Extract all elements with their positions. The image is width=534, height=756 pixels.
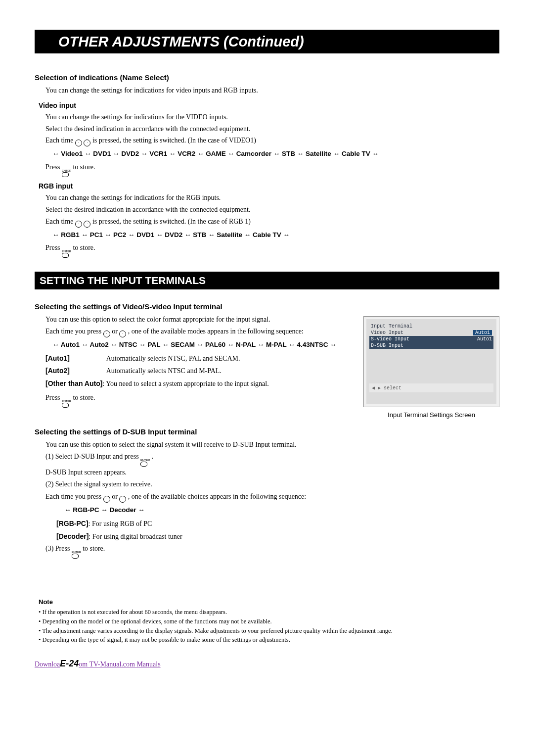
- sec3-sequence: ↔ RGB-PC ↔ Decoder ↔: [64, 505, 499, 516]
- step3: (3) Press ENTER to store.: [45, 543, 499, 559]
- rgb-p2: Select the desired indication in accorda…: [45, 204, 499, 216]
- enter-label: ENTER: [62, 400, 71, 403]
- enter-label: ENTER: [62, 169, 71, 172]
- auto2-value: Automatically selects NTSC and M-PAL.: [106, 367, 222, 375]
- decoder-label: [Decoder]: [56, 532, 89, 540]
- left-arrow-circle-icon: ∙: [103, 331, 110, 337]
- sec3-heading: Selecting the settings of D-SUB Input te…: [35, 427, 499, 436]
- sec2-p2mid: or: [112, 328, 119, 335]
- screen-r2l: Video Input: [371, 330, 403, 335]
- rgbpc-value: : For using RGB of PC: [89, 520, 152, 527]
- video-store: Press ENTER to store.: [45, 161, 499, 177]
- screen-row-dsub: D-SUB Input: [369, 342, 493, 349]
- other-row: [Other than Auto]: You need to select a …: [45, 378, 352, 390]
- settings-screen: Input Terminal Video InputAuto1 S-video …: [366, 319, 496, 404]
- page-number: E-24: [60, 659, 79, 669]
- rgb-input-heading: RGB input: [39, 182, 499, 190]
- step1b: .: [151, 453, 153, 460]
- enter-icon: ENTER: [62, 400, 71, 408]
- sec3-p1: You can use this option to select the si…: [45, 439, 499, 451]
- rgb-p3: Each time ∙ ∙ is pressed, the setting is…: [45, 216, 499, 228]
- screen-row-video: Video InputAuto1: [369, 330, 493, 336]
- sec2-p2b: , one of the available modes appears in …: [128, 328, 304, 335]
- video-store-a: Press: [45, 163, 62, 171]
- enter-icon: ENTER: [62, 250, 71, 258]
- note-item: Depending on the type of signal, it may …: [39, 635, 499, 645]
- page-title: OTHER ADJUSTMENTS (Continued): [58, 34, 304, 50]
- left-arrow-circle-icon: ∙: [75, 140, 82, 146]
- left-arrow-circle-icon: ∙: [103, 496, 110, 503]
- sec2-p2a: Each time you press: [45, 328, 103, 335]
- screen-caption: Input Terminal Settings Screen: [363, 411, 499, 419]
- sec2-sequence: ↔ Auto1 ↔ Auto2 ↔ NTSC ↔ PAL ↔ SECAM ↔ P…: [52, 339, 352, 350]
- title-accent: [35, 30, 49, 53]
- section-name-select-heading: Selection of indications (Name Select): [35, 73, 499, 82]
- enter-label: ENTER: [62, 250, 71, 253]
- other-label: [Other than Auto]: [45, 379, 102, 387]
- video-p3b: is pressed, the setting is switched. (In…: [92, 137, 256, 144]
- rgb-p3a: Each time: [45, 218, 75, 225]
- enter-label: ENTER: [140, 459, 150, 462]
- screen-r4l: D-SUB Input: [371, 343, 403, 348]
- screen-r3l: S-video Input: [371, 336, 409, 342]
- sec2-heading: Selecting the settings of Video/S-video …: [35, 302, 352, 311]
- section-band: SETTING THE INPUT TERMINALS: [35, 272, 499, 289]
- step1-sub: D-SUB Input screen appears.: [45, 467, 499, 479]
- sec2-p2: Each time you press ∙ or ∙ , one of the …: [45, 326, 352, 337]
- auto1-label: [Auto1]: [45, 352, 105, 365]
- note-item: The adjustment range varies according to…: [39, 626, 499, 636]
- step1: (1) Select D-SUB Input and press ENTER .: [45, 451, 499, 467]
- sec2-store-b: to store.: [73, 394, 95, 401]
- screen-r2r: Auto1: [473, 330, 492, 335]
- footer-pre: Downloa: [35, 661, 60, 668]
- screen-r3r: Auto1: [477, 336, 492, 342]
- footer-link[interactable]: DownloaE-24om TV-Manual.com Manuals: [35, 661, 161, 668]
- video-p1: You can change the settings for indicati…: [45, 111, 499, 123]
- rgb-store-b: to store.: [73, 244, 95, 251]
- rgb-store: Press ENTER to store.: [45, 242, 499, 258]
- note-item: If the operation is not executed for abo…: [39, 608, 499, 617]
- right-arrow-circle-icon: ∙: [119, 496, 126, 503]
- rgbpc-label: [RGB-PC]: [56, 520, 89, 527]
- footer-post: om TV-Manual.com Manuals: [79, 661, 160, 668]
- other-value: : You need to select a system appropriat…: [102, 380, 268, 387]
- step2: (2) Select the signal system to receive.: [45, 478, 499, 491]
- video-p3a: Each time: [45, 137, 75, 144]
- enter-icon: ENTER: [140, 459, 150, 467]
- video-input-heading: Video input: [39, 101, 499, 109]
- decoder-value: : For using digital broadcast tuner: [89, 533, 182, 540]
- auto2-row: [Auto2] Automatically selects NTSC and M…: [45, 365, 352, 378]
- enter-icon: ENTER: [72, 551, 81, 559]
- video-p3: Each time ∙ ∙ is pressed, the setting is…: [45, 135, 499, 146]
- right-arrow-circle-icon: ∙: [84, 221, 90, 228]
- sec2-store-a: Press: [45, 394, 62, 401]
- rgb-sequence: ↔ RGB1 ↔ PC1 ↔ PC2 ↔ DVD1 ↔ DVD2 ↔ STB ↔…: [52, 230, 499, 240]
- video-store-b: to store.: [73, 163, 95, 171]
- right-arrow-circle-icon: ∙: [119, 331, 126, 337]
- step2-sub: Each time you press ∙ or ∙ , one of the …: [45, 491, 499, 503]
- enter-label: ENTER: [72, 551, 81, 554]
- sec2-store: Press ENTER to store.: [45, 392, 352, 408]
- video-p2: Select the desired indication in accorda…: [45, 123, 499, 135]
- decoder-row: [Decoder]: For using digital broadcast t…: [56, 530, 499, 543]
- step3a: (3) Press: [45, 545, 72, 552]
- screen-bottom: ◀ ▶ select: [369, 383, 493, 392]
- step1a: (1) Select D-SUB Input and press: [45, 453, 140, 460]
- auto1-row: [Auto1] Automatically selects NTSC, PAL …: [45, 352, 352, 365]
- rgb-store-a: Press: [45, 244, 62, 251]
- notes-list: If the operation is not executed for abo…: [39, 608, 499, 645]
- rgb-p3b: is pressed, the setting is switched. (In…: [92, 218, 251, 225]
- sec2-p1: You can use this option to select the co…: [45, 314, 352, 326]
- auto1-value: Automatically selects NTSC, PAL and SECA…: [106, 355, 240, 362]
- screen-row-svideo: S-video InputAuto1: [369, 336, 493, 342]
- left-arrow-circle-icon: ∙: [75, 221, 82, 228]
- screen-row-title: Input Terminal: [369, 323, 493, 330]
- settings-screen-box: Input Terminal Video InputAuto1 S-video …: [363, 316, 499, 407]
- auto2-label: [Auto2]: [45, 365, 105, 377]
- page-title-bar: OTHER ADJUSTMENTS (Continued): [35, 30, 499, 53]
- video-sequence: ↔ Video1 ↔ DVD1 ↔ DVD2 ↔ VCR1 ↔ VCR2 ↔ G…: [52, 148, 499, 159]
- name-select-intro: You can change the settings for indicati…: [45, 85, 499, 96]
- right-arrow-circle-icon: ∙: [84, 140, 90, 146]
- step2subb: , one of the available choices appears i…: [128, 493, 306, 500]
- enter-icon: ENTER: [62, 169, 71, 177]
